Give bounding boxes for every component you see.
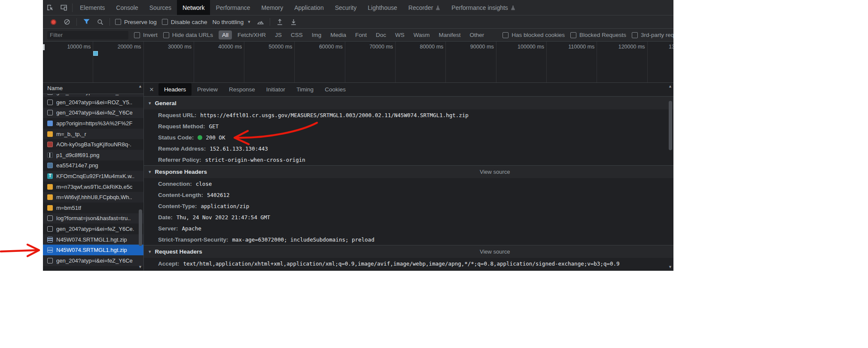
section-header-response-headers[interactable]: ▾Response HeadersView source: [144, 165, 673, 178]
request-list-scroll-thumb[interactable]: [139, 209, 142, 246]
tab-application[interactable]: Application: [289, 0, 329, 15]
search-button[interactable]: [96, 18, 104, 26]
tab-elements[interactable]: Elements: [74, 0, 110, 15]
request-details-panel: × HeadersPreviewResponseInitiatorTimingC…: [144, 83, 673, 270]
disclosure-triangle-icon[interactable]: ▾: [149, 100, 151, 106]
scroll-down-icon[interactable]: ▼: [138, 265, 142, 269]
request-row[interactable]: p1_d9c8f691.png: [43, 150, 143, 160]
hide-data-urls-checkbox[interactable]: Hide data URLs: [163, 32, 213, 38]
header-name: Server:: [158, 225, 178, 232]
blocked-requests-label: Blocked Requests: [579, 32, 626, 38]
details-tab-timing[interactable]: Timing: [291, 83, 319, 96]
filter-pill-all[interactable]: All: [219, 30, 232, 39]
hide-data-urls-label: Hide data URLs: [172, 32, 213, 38]
scroll-up-icon[interactable]: ▲: [668, 84, 672, 88]
request-row[interactable]: m=n73qwf,ws9Tlc,GkRiKb,e5c: [43, 182, 143, 192]
name-column-header[interactable]: Name: [43, 83, 143, 94]
details-tabs: HeadersPreviewResponseInitiatorTimingCoo…: [158, 83, 351, 96]
header-name: Accept:: [158, 260, 180, 267]
filter-pill-css[interactable]: CSS: [287, 30, 306, 39]
details-scroll-thumb[interactable]: [669, 101, 672, 150]
request-row[interactable]: N45W074.SRTMGL1.hgt.zip: [43, 234, 143, 245]
filter-pill-img[interactable]: Img: [308, 30, 325, 39]
request-row[interactable]: AOh-ky0sgBaTsgKjIfouNR8q-.: [43, 139, 143, 150]
scroll-up-icon[interactable]: ▲: [138, 84, 142, 88]
record-network-log-button[interactable]: [49, 18, 58, 26]
section-header-general[interactable]: ▾General: [144, 97, 673, 109]
header-name: Request Method:: [158, 123, 205, 130]
tab-performance[interactable]: Performance: [210, 0, 256, 15]
details-tab-response[interactable]: Response: [223, 83, 261, 96]
tab-network[interactable]: Network: [177, 0, 210, 15]
filter-pill-wasm[interactable]: Wasm: [410, 30, 433, 39]
request-row[interactable]: m=Wt6vjf,hhhU8,FCpbqb,Wh..: [43, 192, 143, 203]
filter-pill-js[interactable]: JS: [271, 30, 285, 39]
request-row[interactable]: app?origin=https%3A%2F%2F: [43, 118, 143, 129]
import-har-button[interactable]: [275, 18, 284, 26]
network-conditions-button[interactable]: [256, 18, 265, 26]
has-blocked-cookies-checkbox[interactable]: Has blocked cookies: [503, 32, 565, 38]
request-row[interactable]: TKFOmCnqEu92Fr1Mu4mxK.w..: [43, 171, 143, 182]
request-row[interactable]: gen_204?atyp=i&ei=feZ_Y6Ce: [43, 94, 143, 97]
filter-pill-fetch-xhr[interactable]: Fetch/XHR: [234, 30, 269, 39]
request-row[interactable]: gen_204?atyp=i&ei=feZ_Y6Ce.: [43, 224, 143, 234]
export-har-button[interactable]: [289, 18, 298, 26]
network-overview-timeline[interactable]: 10000 ms20000 ms30000 ms40000 ms50000 ms…: [43, 42, 673, 83]
device-toolbar-icon[interactable]: [57, 0, 70, 15]
preserve-log-checkbox[interactable]: Preserve log: [115, 19, 157, 25]
tab-lighthouse[interactable]: Lighthouse: [362, 0, 403, 15]
disclosure-triangle-icon[interactable]: ▾: [149, 249, 151, 254]
view-source-link[interactable]: View source: [480, 169, 510, 175]
filter-input[interactable]: [47, 31, 128, 39]
tab-security[interactable]: Security: [329, 0, 362, 15]
filter-pill-doc[interactable]: Doc: [372, 30, 390, 39]
doc-gray-icon: [47, 94, 53, 95]
details-tab-preview[interactable]: Preview: [192, 83, 223, 96]
tab-recorder[interactable]: Recorder: [403, 0, 446, 15]
details-tab-headers[interactable]: Headers: [158, 83, 192, 96]
details-tab-cookies[interactable]: Cookies: [319, 83, 351, 96]
tab-memory[interactable]: Memory: [256, 0, 289, 15]
third-party-requests-checkbox[interactable]: 3rd-party requests: [632, 32, 673, 38]
clear-network-log-button[interactable]: [63, 18, 71, 26]
timeline-gridline-cell: 50000 ms: [244, 42, 295, 82]
filter-pill-font[interactable]: Font: [352, 30, 370, 39]
blocked-requests-checkbox[interactable]: Blocked Requests: [570, 32, 626, 38]
timeline-tick-label: 100000 ms: [518, 44, 544, 50]
filter-pill-manifest[interactable]: Manifest: [435, 30, 464, 39]
details-tab-initiator[interactable]: Initiator: [261, 83, 291, 96]
invert-checkbox[interactable]: Invert: [134, 32, 158, 38]
tab-label: Performance: [216, 4, 250, 11]
img-blue-icon: [47, 163, 53, 168]
request-name: log?format=json&hasfast=tru..: [56, 215, 131, 221]
filter-pill-other[interactable]: Other: [466, 30, 488, 39]
request-row[interactable]: gen_204?atyp=i&ei=feZ_Y6Ce: [43, 255, 143, 266]
request-row[interactable]: ea554714e7.png: [43, 160, 143, 171]
tab-performance-insights[interactable]: Performance insights: [446, 0, 521, 15]
filter-toggle-button[interactable]: [82, 18, 91, 26]
filter-pill-media[interactable]: Media: [327, 30, 350, 39]
request-row[interactable]: gen_204?atyp=i&ei=ROZ_Y5..: [43, 97, 143, 108]
request-row[interactable]: m=bm51tf: [43, 203, 143, 213]
disclosure-triangle-icon[interactable]: ▾: [149, 169, 151, 175]
header-value: max-age=63072000; includeSubdomains; pre…: [232, 236, 375, 243]
request-row[interactable]: m=_b,_tp,_r: [43, 129, 143, 139]
view-source-link[interactable]: View source: [480, 248, 510, 255]
request-row-selected[interactable]: N45W074.SRTMGL1.hgt.zip: [43, 245, 143, 255]
doc-gray-icon: [47, 258, 53, 263]
tab-console[interactable]: Console: [110, 0, 143, 15]
inspect-element-icon[interactable]: [43, 0, 57, 15]
request-name: AOh-ky0sgBaTsgKjIfouNR8q-.: [56, 141, 131, 148]
doc-blue-icon: [47, 121, 53, 126]
scroll-down-icon[interactable]: ▼: [668, 265, 672, 269]
filter-pill-ws[interactable]: WS: [392, 30, 408, 39]
section-header-request-headers[interactable]: ▾Request HeadersView source: [144, 245, 673, 258]
toolbar-divider: [110, 18, 110, 26]
tab-sources[interactable]: Sources: [144, 0, 177, 15]
close-details-button[interactable]: ×: [146, 86, 158, 93]
request-row[interactable]: log?format=json&hasfast=tru..: [43, 213, 143, 224]
disable-cache-checkbox[interactable]: Disable cache: [162, 19, 207, 25]
timeline-tick-label: 80000 ms: [420, 44, 443, 50]
request-row[interactable]: gen_204?atyp=i&ei=feZ_Y6Ce: [43, 108, 143, 118]
throttling-dropdown[interactable]: No throttling ▼: [213, 19, 251, 25]
